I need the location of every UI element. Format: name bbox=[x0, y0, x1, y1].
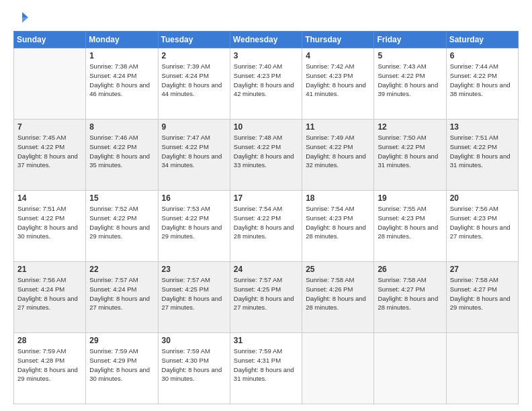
calendar-cell: 9Sunrise: 7:47 AMSunset: 4:22 PMDaylight… bbox=[158, 120, 230, 191]
calendar-cell: 15Sunrise: 7:52 AMSunset: 4:22 PMDayligh… bbox=[86, 191, 158, 262]
day-number: 7 bbox=[17, 122, 82, 132]
day-info: Sunrise: 7:56 AMSunset: 4:23 PMDaylight:… bbox=[450, 204, 515, 241]
day-info: Sunrise: 7:57 AMSunset: 4:25 PMDaylight:… bbox=[234, 275, 298, 312]
calendar-cell: 14Sunrise: 7:51 AMSunset: 4:22 PMDayligh… bbox=[14, 191, 86, 262]
day-number: 16 bbox=[162, 193, 226, 203]
calendar-cell: 1Sunrise: 7:38 AMSunset: 4:24 PMDaylight… bbox=[86, 48, 158, 120]
day-info: Sunrise: 7:49 AMSunset: 4:22 PMDaylight:… bbox=[306, 133, 370, 170]
calendar-cell: 18Sunrise: 7:54 AMSunset: 4:23 PMDayligh… bbox=[302, 191, 374, 262]
day-number: 11 bbox=[306, 122, 370, 132]
day-info: Sunrise: 7:43 AMSunset: 4:22 PMDaylight:… bbox=[378, 62, 442, 99]
calendar-cell bbox=[374, 333, 446, 404]
day-info: Sunrise: 7:58 AMSunset: 4:26 PMDaylight:… bbox=[306, 275, 370, 312]
svg-marker-1 bbox=[22, 17, 28, 23]
calendar-cell: 30Sunrise: 7:59 AMSunset: 4:30 PMDayligh… bbox=[158, 333, 230, 404]
day-info: Sunrise: 7:39 AMSunset: 4:24 PMDaylight:… bbox=[162, 62, 226, 99]
day-number: 14 bbox=[17, 193, 82, 203]
calendar-week-row: 28Sunrise: 7:59 AMSunset: 4:28 PMDayligh… bbox=[14, 333, 519, 404]
day-number: 17 bbox=[234, 193, 298, 203]
day-info: Sunrise: 7:54 AMSunset: 4:23 PMDaylight:… bbox=[306, 204, 370, 241]
calendar-cell: 21Sunrise: 7:56 AMSunset: 4:24 PMDayligh… bbox=[14, 262, 86, 333]
day-info: Sunrise: 7:59 AMSunset: 4:29 PMDaylight:… bbox=[89, 347, 154, 383]
logo-flag-icon bbox=[15, 11, 30, 26]
day-info: Sunrise: 7:47 AMSunset: 4:22 PMDaylight:… bbox=[162, 133, 226, 170]
day-number: 29 bbox=[89, 336, 154, 345]
calendar-cell: 7Sunrise: 7:45 AMSunset: 4:22 PMDaylight… bbox=[14, 120, 86, 191]
day-number: 1 bbox=[89, 51, 154, 60]
calendar-cell: 24Sunrise: 7:57 AMSunset: 4:25 PMDayligh… bbox=[230, 262, 302, 333]
weekday-header-sunday: Sunday bbox=[14, 32, 86, 48]
day-info: Sunrise: 7:38 AMSunset: 4:24 PMDaylight:… bbox=[89, 62, 154, 99]
day-info: Sunrise: 7:51 AMSunset: 4:22 PMDaylight:… bbox=[17, 204, 82, 241]
calendar-cell: 3Sunrise: 7:40 AMSunset: 4:23 PMDaylight… bbox=[230, 48, 302, 120]
day-number: 31 bbox=[234, 336, 298, 345]
calendar-cell: 25Sunrise: 7:58 AMSunset: 4:26 PMDayligh… bbox=[302, 262, 374, 333]
day-number: 2 bbox=[162, 51, 226, 60]
day-number: 4 bbox=[306, 51, 370, 60]
logo bbox=[13, 11, 30, 24]
calendar-week-row: 21Sunrise: 7:56 AMSunset: 4:24 PMDayligh… bbox=[14, 262, 519, 333]
day-number: 20 bbox=[450, 193, 515, 203]
day-number: 26 bbox=[378, 265, 442, 274]
calendar-cell: 17Sunrise: 7:54 AMSunset: 4:22 PMDayligh… bbox=[230, 191, 302, 262]
calendar-cell: 13Sunrise: 7:51 AMSunset: 4:22 PMDayligh… bbox=[446, 120, 518, 191]
calendar-cell: 31Sunrise: 7:59 AMSunset: 4:31 PMDayligh… bbox=[230, 333, 302, 404]
day-number: 19 bbox=[378, 193, 442, 203]
day-number: 30 bbox=[162, 336, 226, 345]
calendar-cell: 28Sunrise: 7:59 AMSunset: 4:28 PMDayligh… bbox=[14, 333, 86, 404]
day-info: Sunrise: 7:45 AMSunset: 4:22 PMDaylight:… bbox=[17, 133, 82, 170]
day-number: 9 bbox=[162, 122, 226, 132]
calendar-cell: 5Sunrise: 7:43 AMSunset: 4:22 PMDaylight… bbox=[374, 48, 446, 120]
calendar-cell: 8Sunrise: 7:46 AMSunset: 4:22 PMDaylight… bbox=[86, 120, 158, 191]
calendar-cell: 27Sunrise: 7:58 AMSunset: 4:27 PMDayligh… bbox=[446, 262, 518, 333]
calendar-cell: 20Sunrise: 7:56 AMSunset: 4:23 PMDayligh… bbox=[446, 191, 518, 262]
day-number: 5 bbox=[378, 51, 442, 60]
weekday-header-saturday: Saturday bbox=[446, 32, 518, 48]
day-number: 25 bbox=[306, 265, 370, 274]
weekday-header-friday: Friday bbox=[374, 32, 446, 48]
calendar-header-row: SundayMondayTuesdayWednesdayThursdayFrid… bbox=[14, 32, 519, 48]
day-info: Sunrise: 7:54 AMSunset: 4:22 PMDaylight:… bbox=[234, 204, 298, 241]
weekday-header-wednesday: Wednesday bbox=[230, 32, 302, 48]
day-info: Sunrise: 7:59 AMSunset: 4:31 PMDaylight:… bbox=[234, 347, 298, 383]
day-info: Sunrise: 7:48 AMSunset: 4:22 PMDaylight:… bbox=[234, 133, 298, 170]
day-info: Sunrise: 7:58 AMSunset: 4:27 PMDaylight:… bbox=[378, 275, 442, 312]
day-info: Sunrise: 7:51 AMSunset: 4:22 PMDaylight:… bbox=[450, 133, 515, 170]
day-info: Sunrise: 7:52 AMSunset: 4:22 PMDaylight:… bbox=[89, 204, 154, 241]
day-number: 28 bbox=[17, 336, 82, 345]
day-number: 18 bbox=[306, 193, 370, 203]
calendar-cell bbox=[446, 333, 518, 404]
calendar-week-row: 1Sunrise: 7:38 AMSunset: 4:24 PMDaylight… bbox=[14, 48, 519, 120]
calendar-cell: 10Sunrise: 7:48 AMSunset: 4:22 PMDayligh… bbox=[230, 120, 302, 191]
calendar-cell: 23Sunrise: 7:57 AMSunset: 4:25 PMDayligh… bbox=[158, 262, 230, 333]
day-number: 10 bbox=[234, 122, 298, 132]
calendar-cell: 12Sunrise: 7:50 AMSunset: 4:22 PMDayligh… bbox=[374, 120, 446, 191]
day-number: 21 bbox=[17, 265, 82, 274]
day-info: Sunrise: 7:56 AMSunset: 4:24 PMDaylight:… bbox=[17, 275, 82, 312]
calendar-table: SundayMondayTuesdayWednesdayThursdayFrid… bbox=[13, 31, 519, 404]
weekday-header-tuesday: Tuesday bbox=[158, 32, 230, 48]
day-info: Sunrise: 7:46 AMSunset: 4:22 PMDaylight:… bbox=[89, 133, 154, 170]
calendar-week-row: 7Sunrise: 7:45 AMSunset: 4:22 PMDaylight… bbox=[14, 120, 519, 191]
day-info: Sunrise: 7:44 AMSunset: 4:22 PMDaylight:… bbox=[450, 62, 515, 99]
day-info: Sunrise: 7:59 AMSunset: 4:28 PMDaylight:… bbox=[17, 347, 82, 383]
day-number: 12 bbox=[378, 122, 442, 132]
calendar-cell: 19Sunrise: 7:55 AMSunset: 4:23 PMDayligh… bbox=[374, 191, 446, 262]
weekday-header-monday: Monday bbox=[86, 32, 158, 48]
day-number: 13 bbox=[450, 122, 515, 132]
calendar-cell: 4Sunrise: 7:42 AMSunset: 4:23 PMDaylight… bbox=[302, 48, 374, 120]
day-number: 23 bbox=[162, 265, 226, 274]
calendar-cell bbox=[302, 333, 374, 404]
day-info: Sunrise: 7:55 AMSunset: 4:23 PMDaylight:… bbox=[378, 204, 442, 241]
day-info: Sunrise: 7:58 AMSunset: 4:27 PMDaylight:… bbox=[450, 275, 515, 312]
day-number: 15 bbox=[89, 193, 154, 203]
page: SundayMondayTuesdayWednesdayThursdayFrid… bbox=[0, 0, 532, 411]
calendar-cell: 29Sunrise: 7:59 AMSunset: 4:29 PMDayligh… bbox=[86, 333, 158, 404]
calendar-cell: 2Sunrise: 7:39 AMSunset: 4:24 PMDaylight… bbox=[158, 48, 230, 120]
day-info: Sunrise: 7:50 AMSunset: 4:22 PMDaylight:… bbox=[378, 133, 442, 170]
weekday-header-thursday: Thursday bbox=[302, 32, 374, 48]
day-number: 8 bbox=[89, 122, 154, 132]
calendar-week-row: 14Sunrise: 7:51 AMSunset: 4:22 PMDayligh… bbox=[14, 191, 519, 262]
day-info: Sunrise: 7:42 AMSunset: 4:23 PMDaylight:… bbox=[306, 62, 370, 99]
calendar-cell bbox=[14, 48, 86, 120]
